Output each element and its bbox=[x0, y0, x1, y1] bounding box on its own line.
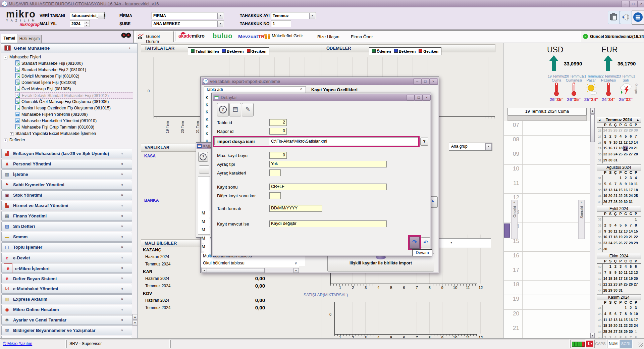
calendar-day[interactable]: 13 bbox=[613, 317, 618, 322]
calendar-day[interactable]: 21 bbox=[633, 146, 638, 151]
planner-hour-row[interactable]: 10 bbox=[504, 164, 590, 179]
calendar-day[interactable]: 8 bbox=[623, 311, 628, 316]
calendar-day[interactable]: 28 bbox=[628, 241, 633, 246]
calendar-day[interactable]: 3 bbox=[608, 223, 613, 228]
calendar-day[interactable]: 18 bbox=[633, 188, 638, 193]
calendar-day[interactable]: 7 bbox=[618, 311, 623, 316]
mevzuattr-link[interactable]: MevzuatTR bbox=[238, 34, 265, 39]
calendar-day[interactable]: 27 bbox=[618, 128, 623, 133]
planner-hour-row[interactable]: 08 bbox=[504, 135, 590, 150]
dialog-maximize-button[interactable]: □ bbox=[421, 79, 429, 85]
planner-hour-row[interactable]: 17 bbox=[504, 266, 590, 280]
calendar-day[interactable]: 26 bbox=[628, 282, 633, 287]
table-row-clipped[interactable]: M bbox=[202, 236, 210, 243]
maximize-button[interactable]: □ bbox=[629, 1, 637, 7]
calendar-day[interactable]: 22 bbox=[623, 323, 628, 328]
calendar-day[interactable]: 28 bbox=[623, 128, 628, 133]
calendar-day[interactable]: 5 bbox=[618, 223, 623, 228]
calendar-day[interactable]: 3 bbox=[618, 264, 623, 269]
calendar-day[interactable]: 4 bbox=[613, 223, 618, 228]
calendar-day[interactable]: 21 bbox=[613, 193, 618, 198]
archive-button[interactable] bbox=[608, 11, 620, 24]
calendar-day[interactable]: 25 bbox=[603, 329, 608, 334]
calendar-day[interactable]: 20 bbox=[613, 323, 618, 328]
sidebar-section-i-letme[interactable]: ▦İşletme» bbox=[1, 169, 132, 179]
calendar-day[interactable]: 18 bbox=[618, 146, 623, 151]
calendar-day[interactable]: 3 bbox=[613, 134, 618, 139]
calendar-day[interactable]: 20 bbox=[623, 235, 628, 240]
calendar-day[interactable]: 4 bbox=[618, 134, 623, 139]
calendar-day[interactable]: 31 bbox=[618, 288, 623, 293]
calendar-day[interactable]: 14 bbox=[603, 276, 608, 281]
keyboard-button[interactable]: ▤ bbox=[229, 103, 241, 116]
dropdown-icon[interactable]: ▾ bbox=[217, 21, 223, 27]
calendar-day[interactable]: 30 bbox=[633, 128, 638, 133]
calendar-day[interactable]: 11 bbox=[633, 182, 638, 187]
calendar-day[interactable]: 8 bbox=[608, 270, 613, 275]
calendar-day[interactable]: 16 bbox=[613, 276, 618, 281]
sidebar-scroll-up[interactable]: ▲ bbox=[132, 314, 138, 320]
calendar-day[interactable]: 17 bbox=[608, 235, 613, 240]
main-menu-button[interactable] bbox=[632, 10, 644, 25]
tree-item[interactable]: Evrak Detaylı Standart Muhasebe Fişi (08… bbox=[15, 92, 133, 99]
calendar-day[interactable]: 17 bbox=[633, 317, 638, 322]
calendar-day[interactable]: 25 bbox=[623, 282, 628, 287]
planner-hour-row[interactable]: 21 bbox=[504, 324, 590, 338]
calendar-day[interactable]: 23 bbox=[628, 323, 633, 328]
calendar-day[interactable]: 12 bbox=[618, 229, 623, 234]
calendar-day[interactable]: 1 bbox=[603, 134, 608, 139]
tree-root-muhasebe-fisleri[interactable]: −Muhasebe Fişleri bbox=[4, 54, 131, 60]
-ube-input[interactable]: ANA MERKEZ▾ bbox=[152, 20, 224, 27]
sidebar-section-e-devlet[interactable]: ee-Devlet» bbox=[1, 253, 132, 262]
dropdown-icon[interactable]: ▾ bbox=[309, 13, 315, 19]
calendar-day[interactable]: 10 bbox=[608, 229, 613, 234]
help-button[interactable]: ? bbox=[217, 103, 229, 116]
calendar-day[interactable]: 23 bbox=[613, 282, 618, 287]
planner-hour-row[interactable]: 09 bbox=[504, 150, 590, 164]
calendar-day[interactable]: 9 bbox=[613, 270, 618, 275]
tree-item[interactable]: Banka Hesap Özetinden Fiş Oluşturma (081… bbox=[15, 105, 133, 111]
calendar-day[interactable]: 10 bbox=[633, 311, 638, 316]
calendar-day[interactable]: 14 bbox=[613, 188, 618, 193]
calendar-day[interactable]: 3 bbox=[628, 176, 633, 181]
table-row-clipped[interactable]: M bbox=[202, 228, 210, 234]
calendar-day[interactable]: 30 bbox=[628, 329, 633, 334]
calendar-day[interactable]: 16 bbox=[603, 235, 608, 240]
calendar-day[interactable]: 1 bbox=[633, 329, 638, 334]
calendar-day[interactable]: 13 bbox=[608, 188, 613, 193]
minimize-button[interactable]: – bbox=[621, 1, 629, 7]
binoculars-icon[interactable] bbox=[121, 30, 131, 39]
calendar-day[interactable]: 29 bbox=[603, 158, 608, 163]
calendar-day[interactable]: 25 bbox=[608, 128, 613, 133]
bize-ulasin-link[interactable]: Bize Ulaşın bbox=[317, 34, 339, 39]
guncel-durum-button[interactable]: Güncel Durum bbox=[136, 31, 174, 42]
calendar-day[interactable]: 24 bbox=[628, 193, 633, 198]
calendar-month-header[interactable]: Eylül 2024 bbox=[597, 206, 641, 212]
xml-small-button[interactable] bbox=[199, 165, 209, 173]
calendar-day[interactable]: 19 bbox=[618, 235, 623, 240]
calendar-day[interactable]: 14 bbox=[618, 317, 623, 322]
table-row-clipped[interactable]: M bbox=[202, 244, 210, 251]
calendar-day[interactable]: 22 bbox=[603, 152, 608, 157]
calendar-day[interactable]: 6 bbox=[628, 134, 633, 139]
sidebar-section-hizmet-ve-masraf-y-netimi[interactable]: ▙Hizmet ve Masraf Yönetimi» bbox=[1, 201, 132, 210]
calendar-day[interactable]: 26 bbox=[623, 152, 628, 157]
calendar-day[interactable]: 8 bbox=[603, 140, 608, 145]
calendar-day[interactable]: 4 bbox=[623, 264, 628, 269]
calendar-day[interactable]: 1 bbox=[618, 176, 623, 181]
calendar-day[interactable]: 24 bbox=[633, 323, 638, 328]
calendar-day[interactable]: 15 bbox=[603, 146, 608, 151]
tree-item[interactable]: Standart Muhasebe Fişi 2 (081001) bbox=[15, 67, 133, 73]
row-expand-icon[interactable]: ∨ bbox=[294, 260, 297, 266]
detaylar-maximize-button[interactable]: □ bbox=[415, 95, 423, 101]
mukellefini-getir-link[interactable]: Mükellefini Getir bbox=[264, 33, 311, 38]
calendar-day[interactable]: 13 bbox=[623, 229, 628, 234]
tree-item[interactable]: Dönemsel İşlem Fişi (081003) bbox=[15, 80, 133, 86]
calendar-day[interactable]: 4 bbox=[633, 176, 638, 181]
tree-expand-box[interactable]: + bbox=[4, 139, 7, 142]
calendar-day[interactable]: 12 bbox=[608, 317, 613, 322]
sidebar-section-defter-beyan-sistemi[interactable]: eDefter Beyan Sistemi» bbox=[1, 273, 132, 283]
tab-hizli-erisim[interactable]: Hızlı Erişim bbox=[17, 35, 42, 43]
table-row-clipped[interactable]: M bbox=[202, 219, 210, 226]
sidebar-section-express-aktar-m[interactable]: ▥Express Aktarım» bbox=[1, 294, 132, 304]
